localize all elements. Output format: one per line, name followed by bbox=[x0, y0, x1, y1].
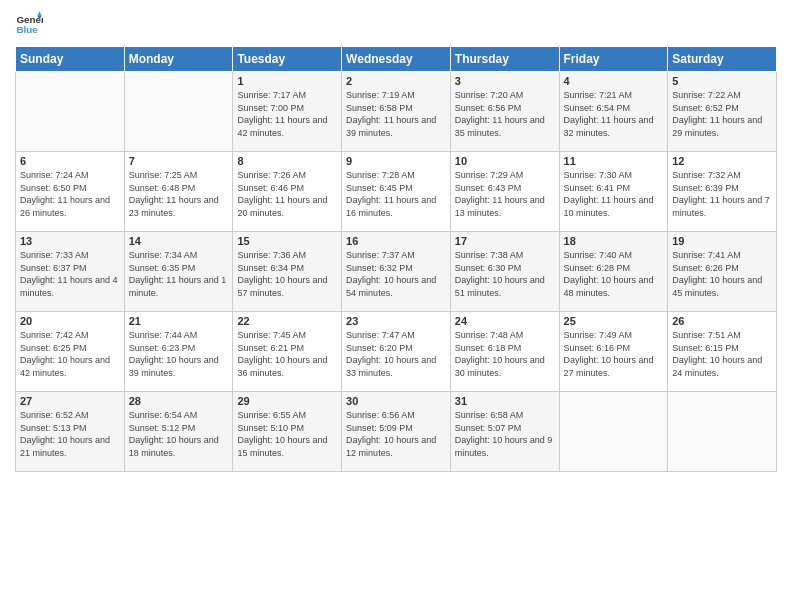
week-row-4: 20Sunrise: 7:42 AM Sunset: 6:25 PM Dayli… bbox=[16, 312, 777, 392]
day-info: Sunrise: 6:58 AM Sunset: 5:07 PM Dayligh… bbox=[455, 409, 555, 459]
day-number: 7 bbox=[129, 155, 229, 167]
day-info: Sunrise: 7:25 AM Sunset: 6:48 PM Dayligh… bbox=[129, 169, 229, 219]
day-cell: 10Sunrise: 7:29 AM Sunset: 6:43 PM Dayli… bbox=[450, 152, 559, 232]
day-info: Sunrise: 7:41 AM Sunset: 6:26 PM Dayligh… bbox=[672, 249, 772, 299]
week-row-5: 27Sunrise: 6:52 AM Sunset: 5:13 PM Dayli… bbox=[16, 392, 777, 472]
day-number: 2 bbox=[346, 75, 446, 87]
day-cell: 14Sunrise: 7:34 AM Sunset: 6:35 PM Dayli… bbox=[124, 232, 233, 312]
day-number: 16 bbox=[346, 235, 446, 247]
day-cell: 21Sunrise: 7:44 AM Sunset: 6:23 PM Dayli… bbox=[124, 312, 233, 392]
day-cell: 28Sunrise: 6:54 AM Sunset: 5:12 PM Dayli… bbox=[124, 392, 233, 472]
logo-icon: General Blue bbox=[15, 10, 43, 38]
day-number: 19 bbox=[672, 235, 772, 247]
day-number: 13 bbox=[20, 235, 120, 247]
day-number: 31 bbox=[455, 395, 555, 407]
day-info: Sunrise: 7:48 AM Sunset: 6:18 PM Dayligh… bbox=[455, 329, 555, 379]
day-cell: 7Sunrise: 7:25 AM Sunset: 6:48 PM Daylig… bbox=[124, 152, 233, 232]
day-info: Sunrise: 7:26 AM Sunset: 6:46 PM Dayligh… bbox=[237, 169, 337, 219]
day-number: 12 bbox=[672, 155, 772, 167]
day-number: 8 bbox=[237, 155, 337, 167]
day-cell: 6Sunrise: 7:24 AM Sunset: 6:50 PM Daylig… bbox=[16, 152, 125, 232]
day-info: Sunrise: 6:56 AM Sunset: 5:09 PM Dayligh… bbox=[346, 409, 446, 459]
day-info: Sunrise: 7:24 AM Sunset: 6:50 PM Dayligh… bbox=[20, 169, 120, 219]
day-cell bbox=[16, 72, 125, 152]
day-number: 5 bbox=[672, 75, 772, 87]
day-info: Sunrise: 6:54 AM Sunset: 5:12 PM Dayligh… bbox=[129, 409, 229, 459]
day-number: 29 bbox=[237, 395, 337, 407]
day-info: Sunrise: 7:42 AM Sunset: 6:25 PM Dayligh… bbox=[20, 329, 120, 379]
day-number: 3 bbox=[455, 75, 555, 87]
day-info: Sunrise: 7:17 AM Sunset: 7:00 PM Dayligh… bbox=[237, 89, 337, 139]
day-info: Sunrise: 7:36 AM Sunset: 6:34 PM Dayligh… bbox=[237, 249, 337, 299]
day-cell: 24Sunrise: 7:48 AM Sunset: 6:18 PM Dayli… bbox=[450, 312, 559, 392]
day-cell: 19Sunrise: 7:41 AM Sunset: 6:26 PM Dayli… bbox=[668, 232, 777, 312]
day-cell: 11Sunrise: 7:30 AM Sunset: 6:41 PM Dayli… bbox=[559, 152, 668, 232]
day-cell bbox=[559, 392, 668, 472]
day-info: Sunrise: 7:30 AM Sunset: 6:41 PM Dayligh… bbox=[564, 169, 664, 219]
day-info: Sunrise: 7:28 AM Sunset: 6:45 PM Dayligh… bbox=[346, 169, 446, 219]
day-cell: 3Sunrise: 7:20 AM Sunset: 6:56 PM Daylig… bbox=[450, 72, 559, 152]
day-info: Sunrise: 7:45 AM Sunset: 6:21 PM Dayligh… bbox=[237, 329, 337, 379]
day-cell: 5Sunrise: 7:22 AM Sunset: 6:52 PM Daylig… bbox=[668, 72, 777, 152]
day-info: Sunrise: 7:22 AM Sunset: 6:52 PM Dayligh… bbox=[672, 89, 772, 139]
day-number: 6 bbox=[20, 155, 120, 167]
day-info: Sunrise: 7:37 AM Sunset: 6:32 PM Dayligh… bbox=[346, 249, 446, 299]
day-number: 24 bbox=[455, 315, 555, 327]
day-number: 4 bbox=[564, 75, 664, 87]
day-number: 15 bbox=[237, 235, 337, 247]
day-cell: 2Sunrise: 7:19 AM Sunset: 6:58 PM Daylig… bbox=[342, 72, 451, 152]
week-row-3: 13Sunrise: 7:33 AM Sunset: 6:37 PM Dayli… bbox=[16, 232, 777, 312]
day-info: Sunrise: 7:32 AM Sunset: 6:39 PM Dayligh… bbox=[672, 169, 772, 219]
day-info: Sunrise: 7:49 AM Sunset: 6:16 PM Dayligh… bbox=[564, 329, 664, 379]
day-cell: 29Sunrise: 6:55 AM Sunset: 5:10 PM Dayli… bbox=[233, 392, 342, 472]
day-number: 9 bbox=[346, 155, 446, 167]
header-cell-friday: Friday bbox=[559, 47, 668, 72]
day-cell: 26Sunrise: 7:51 AM Sunset: 6:15 PM Dayli… bbox=[668, 312, 777, 392]
day-number: 10 bbox=[455, 155, 555, 167]
day-cell: 25Sunrise: 7:49 AM Sunset: 6:16 PM Dayli… bbox=[559, 312, 668, 392]
day-info: Sunrise: 7:19 AM Sunset: 6:58 PM Dayligh… bbox=[346, 89, 446, 139]
header-cell-monday: Monday bbox=[124, 47, 233, 72]
day-number: 27 bbox=[20, 395, 120, 407]
logo: General Blue bbox=[15, 10, 43, 38]
day-number: 11 bbox=[564, 155, 664, 167]
day-number: 1 bbox=[237, 75, 337, 87]
header-cell-wednesday: Wednesday bbox=[342, 47, 451, 72]
day-number: 23 bbox=[346, 315, 446, 327]
day-number: 17 bbox=[455, 235, 555, 247]
day-info: Sunrise: 7:34 AM Sunset: 6:35 PM Dayligh… bbox=[129, 249, 229, 299]
day-number: 18 bbox=[564, 235, 664, 247]
page: General Blue SundayMondayTuesdayWednesda… bbox=[0, 0, 792, 612]
day-number: 22 bbox=[237, 315, 337, 327]
header-cell-thursday: Thursday bbox=[450, 47, 559, 72]
header-cell-tuesday: Tuesday bbox=[233, 47, 342, 72]
header-cell-saturday: Saturday bbox=[668, 47, 777, 72]
day-info: Sunrise: 6:55 AM Sunset: 5:10 PM Dayligh… bbox=[237, 409, 337, 459]
day-cell: 18Sunrise: 7:40 AM Sunset: 6:28 PM Dayli… bbox=[559, 232, 668, 312]
day-cell bbox=[668, 392, 777, 472]
day-cell: 23Sunrise: 7:47 AM Sunset: 6:20 PM Dayli… bbox=[342, 312, 451, 392]
day-cell: 4Sunrise: 7:21 AM Sunset: 6:54 PM Daylig… bbox=[559, 72, 668, 152]
day-cell: 1Sunrise: 7:17 AM Sunset: 7:00 PM Daylig… bbox=[233, 72, 342, 152]
day-info: Sunrise: 7:51 AM Sunset: 6:15 PM Dayligh… bbox=[672, 329, 772, 379]
day-cell: 16Sunrise: 7:37 AM Sunset: 6:32 PM Dayli… bbox=[342, 232, 451, 312]
header-cell-sunday: Sunday bbox=[16, 47, 125, 72]
svg-text:Blue: Blue bbox=[16, 24, 38, 35]
day-info: Sunrise: 7:21 AM Sunset: 6:54 PM Dayligh… bbox=[564, 89, 664, 139]
day-info: Sunrise: 7:29 AM Sunset: 6:43 PM Dayligh… bbox=[455, 169, 555, 219]
day-cell: 31Sunrise: 6:58 AM Sunset: 5:07 PM Dayli… bbox=[450, 392, 559, 472]
header-row: SundayMondayTuesdayWednesdayThursdayFrid… bbox=[16, 47, 777, 72]
header: General Blue bbox=[15, 10, 777, 38]
day-cell: 22Sunrise: 7:45 AM Sunset: 6:21 PM Dayli… bbox=[233, 312, 342, 392]
day-number: 26 bbox=[672, 315, 772, 327]
day-cell: 12Sunrise: 7:32 AM Sunset: 6:39 PM Dayli… bbox=[668, 152, 777, 232]
day-cell: 17Sunrise: 7:38 AM Sunset: 6:30 PM Dayli… bbox=[450, 232, 559, 312]
day-cell: 30Sunrise: 6:56 AM Sunset: 5:09 PM Dayli… bbox=[342, 392, 451, 472]
week-row-1: 1Sunrise: 7:17 AM Sunset: 7:00 PM Daylig… bbox=[16, 72, 777, 152]
day-cell bbox=[124, 72, 233, 152]
calendar-table: SundayMondayTuesdayWednesdayThursdayFrid… bbox=[15, 46, 777, 472]
day-cell: 13Sunrise: 7:33 AM Sunset: 6:37 PM Dayli… bbox=[16, 232, 125, 312]
week-row-2: 6Sunrise: 7:24 AM Sunset: 6:50 PM Daylig… bbox=[16, 152, 777, 232]
day-info: Sunrise: 7:20 AM Sunset: 6:56 PM Dayligh… bbox=[455, 89, 555, 139]
day-info: Sunrise: 6:52 AM Sunset: 5:13 PM Dayligh… bbox=[20, 409, 120, 459]
